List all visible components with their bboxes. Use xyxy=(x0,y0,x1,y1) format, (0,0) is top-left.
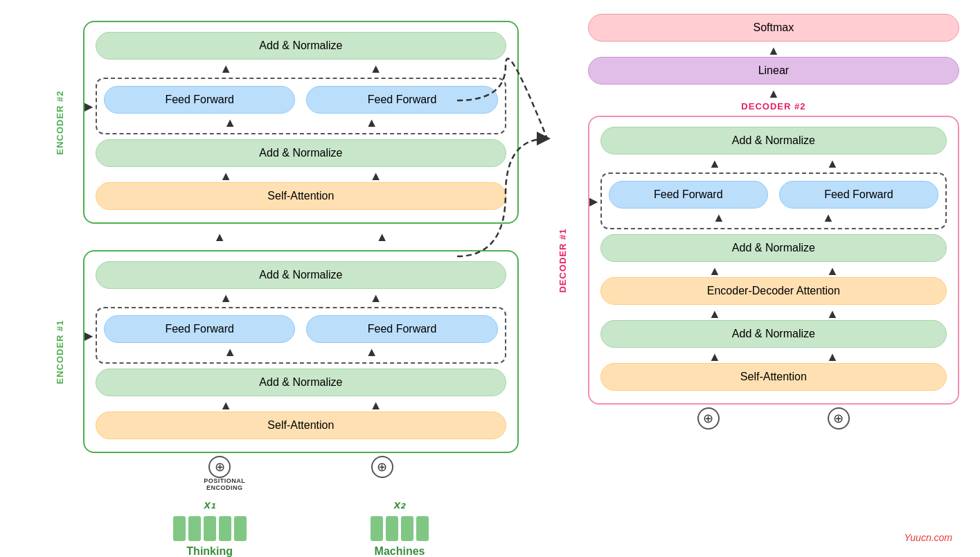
dec1-arrow-3a: ▲ xyxy=(709,264,721,278)
between-enc-arrows: ▲ ▲ xyxy=(83,231,519,243)
watermark: Yuucn.com xyxy=(904,532,952,543)
dec1-add-norm-mid-row: Add & Normalize xyxy=(600,234,947,262)
enc1-arrow-2b: ▲ xyxy=(366,345,378,360)
enc1-arrow-3a: ▲ xyxy=(220,398,232,413)
enc2-arrows-3: ▲ ▲ xyxy=(96,170,506,182)
linear-row: Linear xyxy=(588,57,959,85)
pe-row: ⊕ ⊕ xyxy=(83,456,519,478)
x1-label: x₁ xyxy=(204,497,215,512)
dec1-enc-dec-attn: Encoder-Decoder Attention xyxy=(600,277,947,305)
decoder-1-block: DECODER #1 Add & Normalize ▲ ▲ ▶ Feed Fo… xyxy=(588,116,959,405)
x1-bar-1 xyxy=(173,516,186,541)
x2-bar-4 xyxy=(416,516,429,541)
between-arrow-2: ▲ xyxy=(376,230,389,245)
enc2-ff-row: Feed Forward Feed Forward xyxy=(104,86,498,114)
dec1-add-norm-bot-row: Add & Normalize xyxy=(600,320,947,348)
x2-label: x₂ xyxy=(394,497,405,512)
enc1-self-attn-row: Self-Attention xyxy=(96,412,506,439)
dec1-arrow-3b: ▲ xyxy=(826,264,839,278)
dec1-arrow-4a: ▲ xyxy=(709,307,721,321)
x1-bar-5 xyxy=(234,516,247,541)
dec1-arrow-2a: ▲ xyxy=(713,211,725,225)
x1-bars xyxy=(173,516,247,541)
dec-pe-circle-2: ⊕ xyxy=(828,407,850,430)
enc2-arrow-2b: ▲ xyxy=(366,116,378,130)
encoder-1-label: ENCODER #1 xyxy=(55,319,65,384)
enc1-arrow-1b: ▲ xyxy=(370,291,382,306)
enc2-arrows-1: ▲ ▲ xyxy=(96,62,506,75)
linear-pill: Linear xyxy=(588,57,959,85)
dec1-ff-dashed: ▶ Feed Forward Feed Forward ▲ ▲ xyxy=(600,173,947,229)
enc2-arrow-3a: ▲ xyxy=(220,169,232,184)
dec1-enc-dec-attn-row: Encoder-Decoder Attention xyxy=(600,277,947,305)
enc2-add-norm-top: Add & Normalize xyxy=(96,32,506,60)
enc1-add-norm-mid: Add & Normalize xyxy=(96,369,506,396)
enc2-ff-arrow-in: ▶ xyxy=(84,100,93,113)
dec1-arrow-4b: ▲ xyxy=(826,307,839,321)
x1-bar-4 xyxy=(219,516,231,541)
x2-bar-2 xyxy=(386,516,398,541)
dec1-add-norm-top: Add & Normalize xyxy=(600,127,947,154)
enc2-self-attn-row: Self-Attention xyxy=(96,182,506,210)
encoder-1-block: ENCODER #1 Add & Normalize ▲ ▲ ▶ Feed Fo… xyxy=(83,250,519,453)
enc2-add-norm-mid-row: Add & Normalize xyxy=(96,139,506,167)
softmax-arrow: ▲ xyxy=(588,44,959,57)
x1-bar-3 xyxy=(204,516,216,541)
enc1-arrow-2a: ▲ xyxy=(224,345,236,360)
dec1-add-norm-bot: Add & Normalize xyxy=(600,320,947,348)
dec1-arrows-5: ▲ ▲ xyxy=(600,351,947,363)
dec1-arrows-3: ▲ ▲ xyxy=(600,265,947,277)
between-arrow-1: ▲ xyxy=(213,230,226,245)
enc2-arrow-3b: ▲ xyxy=(370,169,382,184)
dec1-ff-right: Feed Forward xyxy=(779,181,938,209)
input-x2-group: x₂ Machines xyxy=(371,497,429,557)
pe-label: POSITIONALENCODING xyxy=(204,478,245,492)
encoder-2-label: ENCODER #2 xyxy=(55,90,65,154)
decoder-2-label: DECODER #2 xyxy=(588,100,959,116)
dec1-ff-arrow-in: ▶ xyxy=(589,195,598,208)
enc1-ff-right: Feed Forward xyxy=(306,315,497,343)
encoder-2-block: ENCODER #2 Add & Normalize ▲ ▲ ▶ Feed Fo… xyxy=(83,21,519,224)
dec1-self-attn: Self-Attention xyxy=(600,363,947,391)
dec1-arrows-4: ▲ ▲ xyxy=(600,308,947,320)
enc1-arrows-3: ▲ ▲ xyxy=(96,399,506,412)
pe-circle-1: ⊕ xyxy=(208,456,231,478)
decoder-1-label: DECODER #1 xyxy=(558,228,568,292)
dec-pe-row: ⊕ ⊕ xyxy=(588,407,959,430)
enc2-add-norm-mid: Add & Normalize xyxy=(96,139,506,167)
dec1-add-norm-mid: Add & Normalize xyxy=(600,234,947,262)
enc1-arrow-3b: ▲ xyxy=(370,398,382,413)
x2-bar-1 xyxy=(371,516,383,541)
enc1-ff-arrow-in: ▶ xyxy=(84,329,93,342)
dec1-arrow-5b: ▲ xyxy=(826,350,839,364)
input-x1-group: x₁ Thinking xyxy=(173,497,247,557)
enc1-self-attn: Self-Attention xyxy=(96,412,506,439)
dec1-ff-row: Feed Forward Feed Forward xyxy=(609,181,938,209)
enc2-ff-right: Feed Forward xyxy=(306,86,497,114)
enc1-ff-left: Feed Forward xyxy=(104,315,295,343)
x2-word: Machines xyxy=(375,545,425,557)
dec1-arrow-1a: ▲ xyxy=(709,157,721,171)
enc1-arrows-1: ▲ ▲ xyxy=(96,292,506,304)
dec1-self-attn-row: Self-Attention xyxy=(600,363,947,391)
softmax-row: Softmax xyxy=(588,14,959,42)
softmax-pill: Softmax xyxy=(588,14,959,42)
x2-bars xyxy=(371,516,429,541)
dec-pe-circle-1: ⊕ xyxy=(697,407,720,430)
input-row: x₁ Thinking x₂ Machines xyxy=(83,497,519,557)
enc2-self-attn: Self-Attention xyxy=(96,182,506,210)
pe-circle-2: ⊕ xyxy=(371,456,393,478)
dec1-arrow-1b: ▲ xyxy=(826,157,839,171)
enc2-arrow-1a: ▲ xyxy=(220,62,232,76)
enc1-add-norm-top: Add & Normalize xyxy=(96,261,506,289)
dec1-arrows-2: ▲ ▲ xyxy=(609,211,938,224)
dec1-arrows-1: ▲ ▲ xyxy=(600,157,947,170)
dec1-arrow-2b: ▲ xyxy=(822,211,835,225)
enc1-ff-dashed: ▶ Feed Forward Feed Forward ▲ ▲ xyxy=(96,307,506,364)
x1-bar-2 xyxy=(188,516,201,541)
enc1-add-norm-top-row: Add & Normalize xyxy=(96,261,506,289)
linear-arrow: ▲ xyxy=(588,87,959,100)
enc2-arrows-2: ▲ ▲ xyxy=(104,116,498,129)
enc2-arrow-2a: ▲ xyxy=(224,116,236,130)
dec1-arrow-5a: ▲ xyxy=(709,350,721,364)
